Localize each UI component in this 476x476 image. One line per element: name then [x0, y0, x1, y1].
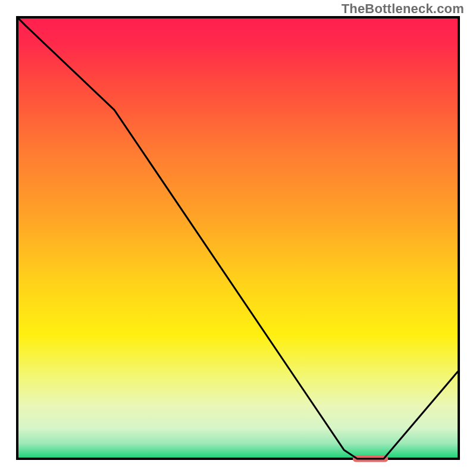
bottleneck-chart-svg	[0, 0, 476, 476]
chart-root: TheBottleneck.com	[0, 0, 476, 476]
plot-background	[17, 17, 459, 459]
